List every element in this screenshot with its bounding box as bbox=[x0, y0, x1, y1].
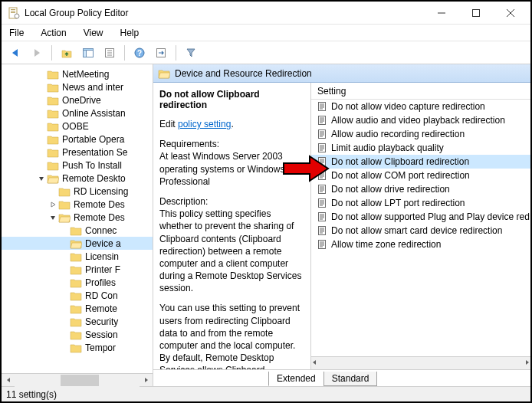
minimize-button[interactable] bbox=[424, 2, 458, 24]
tree-node-label: OOBE bbox=[62, 121, 89, 132]
tree-expand-icon[interactable] bbox=[48, 201, 58, 208]
tree-node-label: Presentation Se bbox=[62, 147, 127, 158]
svg-rect-44 bbox=[319, 172, 326, 180]
scroll-right-icon[interactable] bbox=[140, 374, 153, 387]
list-item-label: Do not allow smart card device redirecti… bbox=[331, 225, 502, 236]
tree-node-label: Session bbox=[85, 329, 118, 340]
scroll-left-icon[interactable] bbox=[2, 374, 15, 387]
tree-node-label: NetMeeting bbox=[62, 69, 109, 80]
forward-button[interactable] bbox=[28, 44, 46, 62]
tree-node-label: Remote Des bbox=[74, 212, 125, 223]
tree-node[interactable]: Printer F bbox=[2, 263, 153, 276]
list-item[interactable]: Do not allow Clipboard redirection bbox=[311, 155, 530, 169]
properties-button[interactable] bbox=[100, 44, 119, 62]
tree-node[interactable]: Security bbox=[2, 315, 153, 328]
tree-node[interactable]: Licensin bbox=[2, 250, 153, 263]
filter-button[interactable] bbox=[182, 44, 200, 62]
folder-icon bbox=[70, 251, 82, 262]
toolbar: ? bbox=[2, 41, 530, 64]
show-hide-tree-button[interactable] bbox=[79, 44, 97, 62]
tree-node[interactable]: Remote Des bbox=[2, 211, 153, 224]
tree-node[interactable]: Profiles bbox=[2, 276, 153, 289]
folder-icon bbox=[70, 277, 82, 288]
tree-node[interactable]: Remote Deskto bbox=[2, 172, 153, 185]
tab-standard[interactable]: Standard bbox=[323, 372, 378, 386]
folder-icon bbox=[47, 69, 59, 80]
tree-node[interactable]: Portable Opera bbox=[2, 133, 153, 146]
statusbar: 11 setting(s) bbox=[2, 386, 530, 401]
menu-action[interactable]: Action bbox=[38, 26, 69, 40]
tree-node[interactable]: Push To Install bbox=[2, 159, 153, 172]
status-text: 11 setting(s) bbox=[6, 389, 57, 400]
tree-pane: NetMeetingNews and interOneDriveOnline A… bbox=[2, 64, 153, 386]
policy-icon bbox=[316, 128, 328, 140]
list-item-label: Limit audio playback quality bbox=[331, 143, 444, 153]
tree-node[interactable]: OOBE bbox=[2, 120, 153, 133]
list-item-label: Do not allow supported Plug and Play dev… bbox=[331, 211, 530, 222]
tree-node-label: Remote Deskto bbox=[62, 173, 126, 184]
tab-extended[interactable]: Extended bbox=[268, 372, 324, 386]
list-item[interactable]: Allow time zone redirection bbox=[311, 238, 530, 251]
policy-icon bbox=[316, 238, 328, 251]
menu-view[interactable]: View bbox=[80, 26, 107, 40]
list-item[interactable]: Do not allow LPT port redirection bbox=[311, 196, 530, 210]
column-header-setting[interactable]: Setting bbox=[311, 83, 530, 100]
tree-node[interactable]: RD Licensing bbox=[2, 185, 153, 198]
back-button[interactable] bbox=[6, 44, 25, 62]
help-button[interactable]: ? bbox=[130, 44, 149, 62]
tree-node[interactable]: Presentation Se bbox=[2, 146, 153, 159]
tree-node[interactable]: Tempor bbox=[2, 341, 153, 354]
tree-expand-icon[interactable] bbox=[48, 214, 58, 221]
tree-expand-icon[interactable] bbox=[36, 175, 47, 182]
list-horizontal-scrollbar[interactable] bbox=[311, 356, 530, 369]
menu-file[interactable]: File bbox=[6, 26, 27, 40]
tree-node[interactable]: OneDrive bbox=[2, 93, 153, 106]
tree-node[interactable]: Device a bbox=[2, 237, 153, 250]
export-button[interactable] bbox=[152, 44, 170, 62]
folder-icon bbox=[70, 225, 82, 236]
list-item[interactable]: Do not allow COM port redirection bbox=[311, 169, 530, 182]
list-item[interactable]: Limit audio playback quality bbox=[311, 141, 530, 155]
tree-node[interactable]: Remote Des bbox=[2, 198, 153, 211]
tree-node[interactable]: Session bbox=[2, 328, 153, 341]
folder-icon bbox=[47, 82, 59, 93]
svg-rect-2 bbox=[11, 11, 15, 11]
list-item[interactable]: Do not allow smart card device redirecti… bbox=[311, 224, 530, 238]
up-button[interactable] bbox=[57, 44, 76, 62]
tree-node-label: Online Assistan bbox=[62, 108, 126, 119]
svg-rect-11 bbox=[84, 50, 87, 57]
tab-strip: Extended Standard bbox=[153, 369, 530, 386]
scroll-right-icon[interactable] bbox=[524, 357, 530, 369]
tree-node-label: Push To Install bbox=[62, 160, 122, 171]
list-item[interactable]: Do not allow video capture redirection bbox=[311, 100, 530, 113]
settings-list: Do not allow video capture redirectionAl… bbox=[311, 100, 530, 356]
svg-rect-24 bbox=[319, 116, 326, 125]
policy-icon bbox=[316, 156, 328, 168]
folder-icon bbox=[70, 342, 82, 353]
tree-node[interactable]: Connec bbox=[2, 224, 153, 237]
svg-rect-29 bbox=[319, 130, 326, 139]
tree-node[interactable]: NetMeeting bbox=[2, 67, 153, 80]
scroll-left-icon[interactable] bbox=[311, 357, 317, 369]
tree-node[interactable]: Online Assistan bbox=[2, 106, 153, 120]
folder-icon bbox=[58, 199, 71, 210]
list-item[interactable]: Do not allow supported Plug and Play dev… bbox=[311, 210, 530, 224]
list-item[interactable]: Do not allow drive redirection bbox=[311, 182, 530, 196]
list-item[interactable]: Allow audio and video playback redirecti… bbox=[311, 113, 530, 127]
menu-help[interactable]: Help bbox=[117, 26, 143, 40]
tree-node[interactable]: RD Con bbox=[2, 289, 153, 302]
maximize-button[interactable] bbox=[458, 2, 493, 24]
svg-rect-6 bbox=[472, 9, 479, 16]
tree-horizontal-scrollbar[interactable] bbox=[2, 373, 153, 386]
close-button[interactable] bbox=[493, 2, 527, 24]
edit-policy-link[interactable]: policy setting bbox=[178, 119, 231, 129]
tree-node[interactable]: News and inter bbox=[2, 80, 153, 93]
list-item[interactable]: Allow audio recording redirection bbox=[311, 127, 530, 141]
tree-node[interactable]: Remote bbox=[2, 302, 153, 315]
folder-icon bbox=[58, 186, 71, 197]
svg-rect-59 bbox=[319, 213, 326, 221]
folder-icon bbox=[47, 147, 59, 158]
svg-rect-64 bbox=[319, 227, 326, 235]
svg-rect-19 bbox=[319, 103, 326, 111]
tree-node-label: News and inter bbox=[62, 82, 123, 93]
